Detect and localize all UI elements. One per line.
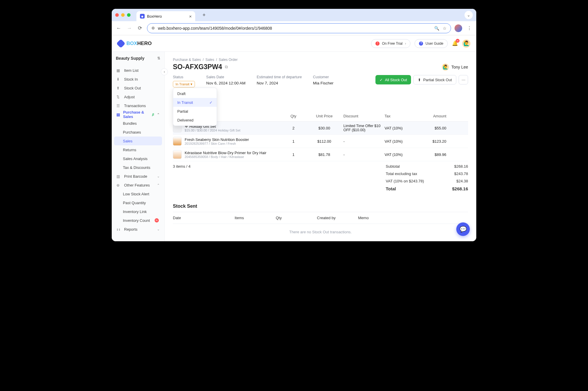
reload-button[interactable]: ⟳ [136, 25, 143, 32]
logo-mark-icon [116, 39, 125, 48]
new-tab-button[interactable]: + [200, 11, 208, 19]
nav-low-stock[interactable]: Low Stock Alert [114, 189, 162, 198]
beta-badge: β [152, 113, 154, 116]
stock-sent-header: Date Items Qty Created by Memo [173, 212, 468, 224]
nav-inventory-count[interactable]: Inventory CountN [114, 216, 162, 225]
partial-stock-out-button[interactable]: ⬆Partial Stock Out [413, 75, 456, 84]
chevron-right-icon: › [405, 41, 406, 46]
address-bar[interactable]: ⚙ web.boxhero-app.com/team/149058/mode/0… [147, 23, 451, 33]
nav-other-features[interactable]: ⊕Other Features⌃ [114, 181, 162, 189]
minimize-window-button[interactable] [121, 13, 125, 17]
bookmark-icon[interactable]: ☆ [443, 26, 447, 31]
tab-overflow-button[interactable]: ⌄ [465, 11, 473, 19]
more-actions-button[interactable]: ⋯ [459, 75, 468, 84]
app-header: BOXHERO ! On Free Trial › ? User Guide 🔔… [112, 35, 476, 52]
new-badge: N [155, 218, 159, 222]
chart-icon: ⫾⫾ [116, 227, 121, 232]
customer-label: Customer [313, 75, 333, 79]
col-qty: Qty [282, 114, 305, 118]
app-logo[interactable]: BOXHERO [118, 40, 152, 47]
trial-label: On Free Trial [382, 41, 402, 46]
owner-avatar: 🙋‍♂️ [442, 64, 449, 71]
table-row[interactable]: ❖Holiday Gift Set $15.00 / $30.00 / 2024… [173, 122, 468, 135]
chat-bubble-button[interactable]: 💬 [456, 222, 470, 236]
nav-returns[interactable]: Returns [114, 145, 162, 154]
sort-icon: ⇅ [157, 56, 160, 60]
crumb[interactable]: Sales [206, 58, 214, 62]
nav-inventory-link[interactable]: Inventory Link [114, 207, 162, 216]
tab-title: BoxHero [147, 14, 162, 19]
item-thumbnail [173, 137, 182, 146]
item-count: 3 items / 4 [173, 164, 191, 191]
favicon-icon: ◆ [140, 14, 145, 19]
nav-sales[interactable]: Sales [114, 137, 162, 145]
box-icon: ▦ [116, 68, 121, 73]
status-option-draft[interactable]: Draft [173, 89, 217, 98]
list-icon: ☰ [116, 104, 121, 108]
site-settings-icon[interactable]: ⚙ [151, 26, 155, 30]
nav-purchases[interactable]: Purchases [114, 128, 162, 137]
maximize-window-button[interactable] [127, 13, 131, 17]
copy-icon[interactable]: ⧉ [225, 64, 228, 69]
alert-icon: ! [375, 41, 380, 46]
status-option-delivered[interactable]: Delivered [173, 116, 217, 124]
status-dropdown-trigger[interactable]: In Transit ▾ [173, 81, 195, 87]
plus-circle-icon: ⊕ [116, 183, 121, 187]
status-option-partial[interactable]: Partial [173, 107, 217, 116]
upload-icon: ⬆ [418, 78, 421, 82]
upload-icon: ⬆ [116, 86, 121, 90]
chevron-down-icon: ⌄ [157, 174, 160, 178]
nav-stock-in[interactable]: ⬇Stock In [114, 75, 162, 84]
browser-profile-avatar[interactable] [455, 24, 462, 32]
nav-adjust[interactable]: ⇅Adjust [114, 92, 162, 101]
order-summary: Subtotal$268.16 Total excluding tax$243.… [386, 164, 468, 191]
back-button[interactable]: ← [115, 25, 122, 32]
nav-print-barcode[interactable]: ▥Print Barcode⌄ [114, 172, 162, 181]
browser-toolbar: ← → ⟳ ⚙ web.boxhero-app.com/team/149058/… [112, 21, 476, 35]
nav-purchase-sales[interactable]: ▤Purchase & Salesβ⌃ [114, 110, 162, 119]
zoom-icon[interactable]: 🔍 [434, 26, 439, 31]
check-icon: ✓ [380, 78, 383, 82]
all-stock-out-button[interactable]: ✓All Stock Out [375, 75, 411, 84]
nav-item-list[interactable]: ▦Item List [114, 66, 162, 75]
customer-value: Mia Fischer [313, 81, 333, 85]
table-row[interactable]: Kérastase Nutritive Blow-Dry Primer for … [173, 148, 468, 161]
items-table-header: Qty Unit Price Discount Tax Amount [173, 111, 468, 122]
nav-reports[interactable]: ⫾⫾Reports⌄ [114, 225, 162, 234]
user-avatar[interactable]: 🙋‍♂️ [462, 39, 470, 48]
order-meta: Status In Transit ▾ Sales Date Nov 6, 20… [173, 75, 468, 87]
nav-stock-out[interactable]: ⬆Stock Out [114, 84, 162, 92]
forward-button[interactable]: → [126, 25, 133, 32]
sales-date-label: Sales Date [206, 75, 245, 79]
trial-button[interactable]: ! On Free Trial › [371, 39, 410, 48]
nav-transactions[interactable]: ☰Transactions [114, 101, 162, 110]
window-controls [115, 13, 131, 17]
crumb[interactable]: Purchase & Sales [173, 58, 201, 62]
close-tab-button[interactable]: × [189, 14, 192, 19]
col-discount: Discount [343, 114, 385, 118]
workspace-selector[interactable]: Beauty Supply ⇅ [112, 52, 164, 65]
nav-past-quantity[interactable]: Past Quantity [114, 198, 162, 207]
notifications-button[interactable]: 🔔N [452, 40, 458, 46]
chevron-up-icon: ⌃ [157, 183, 160, 187]
url-text: web.boxhero-app.com/team/149058/mode/0#/… [158, 26, 272, 31]
caret-down-icon: ▾ [191, 82, 192, 86]
main-content: Purchase & Sales/ Sales/ Sales Order SO-… [165, 52, 476, 241]
user-guide-button[interactable]: ? User Guide [415, 39, 448, 48]
status-option-in-transit[interactable]: In Transit✓ [173, 98, 217, 107]
nav-tax-discounts[interactable]: Tax & Discounts [114, 163, 162, 172]
close-window-button[interactable] [115, 13, 119, 17]
sidebar: ‹ Beauty Supply ⇅ ▦Item List ⬇Stock In ⬆… [112, 52, 165, 241]
etd-label: Estimated time of departure [257, 75, 302, 79]
guide-label: User Guide [425, 41, 443, 46]
status-label: Status [173, 75, 195, 79]
receipt-icon: ▤ [116, 112, 120, 117]
browser-tab[interactable]: ◆ BoxHero × [136, 11, 195, 21]
nav-sales-analysis[interactable]: Sales Analysis [114, 154, 162, 163]
nav-bundles[interactable]: Bundles [114, 119, 162, 128]
crumb[interactable]: Sales Order [219, 58, 238, 62]
chevron-up-icon: ⌃ [157, 113, 160, 117]
app-root: BOXHERO ! On Free Trial › ? User Guide 🔔… [112, 35, 476, 241]
table-row[interactable]: Fresh Seaberry Skin Nutrition Booster 20… [173, 135, 468, 148]
browser-menu-button[interactable]: ⋮ [466, 25, 473, 32]
